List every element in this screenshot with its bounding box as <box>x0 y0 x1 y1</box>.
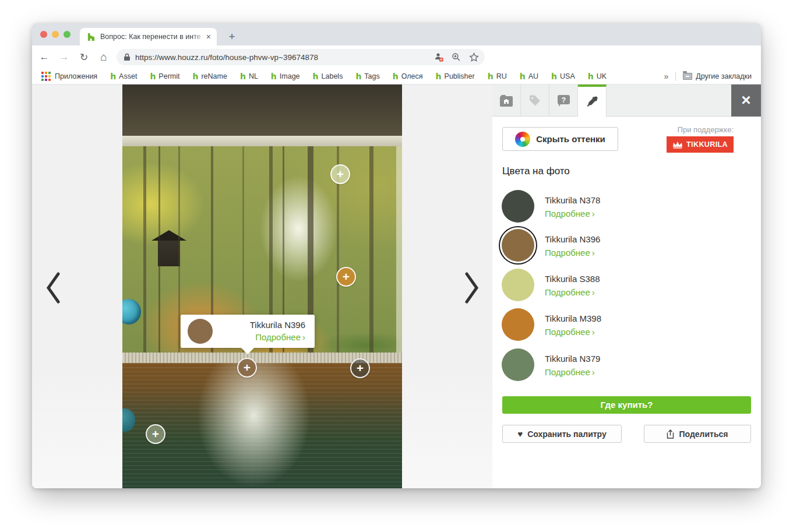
bookmark-ru[interactable]: hRU <box>488 72 507 81</box>
houzz-favicon-icon <box>87 33 96 41</box>
swatch-n379[interactable] <box>502 348 534 381</box>
chevron-right-icon: › <box>302 332 305 342</box>
bookmark-permit[interactable]: hPermit <box>150 72 179 81</box>
color-row: Tikkurila N379 Подробнее› <box>502 348 752 383</box>
panel-heading: Цвета на фото <box>502 165 570 177</box>
bookmark-label: Publisher <box>445 72 475 80</box>
houzz-bookmark-icon: h <box>488 72 494 81</box>
houzz-bookmark-icon: h <box>313 72 319 81</box>
color-marker-s388[interactable]: + <box>330 164 350 184</box>
bookmark-rename[interactable]: hreName <box>192 72 227 81</box>
color-name: Tikkurila N378 <box>545 195 600 205</box>
previous-photo-button[interactable] <box>45 272 61 304</box>
heart-icon: ♥ <box>517 429 523 439</box>
crown-icon <box>672 141 683 149</box>
home-icon[interactable]: ⌂ <box>96 51 111 64</box>
swatch-s388[interactable] <box>502 269 534 301</box>
save-palette-button[interactable]: ♥ Сохранить палитру <box>502 425 622 443</box>
blocked-content-icon[interactable] <box>434 52 443 62</box>
close-window-button[interactable] <box>40 31 47 38</box>
bookmark-label: Image <box>280 72 300 80</box>
lock-icon <box>124 53 131 61</box>
share-label: Поделиться <box>679 429 728 439</box>
color-marker-n396[interactable]: + <box>237 358 257 378</box>
color-tooltip: Tikkurila N396 Подробнее› <box>181 315 315 348</box>
houzz-home-icon <box>499 94 513 107</box>
photo-pagoda <box>150 230 188 267</box>
bookmark-usa[interactable]: hUSA <box>551 72 575 81</box>
tab-questions[interactable]: ? <box>549 84 578 117</box>
color-name: Tikkurila S388 <box>545 274 600 284</box>
swatch-m398[interactable] <box>502 308 534 341</box>
bookmark-label: USA <box>560 72 575 80</box>
tab-color-picker[interactable] <box>578 84 607 117</box>
swatch-n378[interactable] <box>502 190 534 223</box>
bookmark-image[interactable]: hImage <box>271 72 300 81</box>
bookmark-apps[interactable]: Приложения <box>41 72 97 81</box>
swatch-n396[interactable] <box>502 229 534 262</box>
details-link[interactable]: Подробнее› <box>545 367 600 378</box>
interior-photo[interactable] <box>122 84 402 488</box>
tab-close-icon[interactable]: × <box>205 32 212 41</box>
reload-icon[interactable]: ↻ <box>76 51 91 64</box>
bookmark-star-icon[interactable] <box>469 52 479 62</box>
color-row: Tikkurila M398 Подробнее› <box>502 308 752 343</box>
chevron-right-icon: › <box>592 367 595 377</box>
color-marker-m398[interactable]: + <box>336 267 356 287</box>
bookmark-tags[interactable]: hTags <box>355 72 379 81</box>
bookmarks-overflow-icon[interactable]: » <box>664 72 668 81</box>
details-link[interactable]: Подробнее› <box>545 327 601 337</box>
forward-icon[interactable]: → <box>57 51 72 63</box>
share-button[interactable]: Поделиться <box>644 425 751 443</box>
tab-houzz-home[interactable] <box>492 84 521 117</box>
houzz-bookmark-icon: h <box>150 72 156 81</box>
url-text: https://www.houzz.ru/foto/house-phvw-vp~… <box>135 53 426 62</box>
color-name: Tikkurila N379 <box>545 354 600 364</box>
photo-window-frame <box>396 146 402 353</box>
browser-window: Вопрос: Как перенести в инте × + ← → ↻ ⌂… <box>32 23 761 488</box>
houzz-bookmark-icon: h <box>192 72 198 81</box>
bookmark-uk[interactable]: hUK <box>588 72 607 81</box>
hide-shades-button[interactable]: Скрыть оттенки <box>502 127 618 151</box>
tooltip-swatch <box>188 319 213 344</box>
tooltip-details-link[interactable]: Подробнее› <box>250 332 305 343</box>
browser-tab[interactable]: Вопрос: Как перенести в инте × <box>80 28 217 45</box>
question-bubble-icon: ? <box>557 94 570 107</box>
tikkurila-label: TIKKURILA <box>686 140 728 149</box>
bookmark-label: Permit <box>158 72 179 80</box>
details-link[interactable]: Подробнее› <box>545 287 600 298</box>
houzz-bookmark-icon: h <box>355 72 361 81</box>
new-tab-button[interactable]: + <box>224 29 239 44</box>
bookmark-au[interactable]: hAU <box>520 72 538 81</box>
bookmark-nl[interactable]: hNL <box>240 72 258 81</box>
bookmark-label: NL <box>249 72 258 80</box>
details-link[interactable]: Подробнее› <box>545 209 600 219</box>
other-bookmarks-button[interactable]: Другие закладки <box>683 72 752 80</box>
where-to-buy-button[interactable]: Где купить? <box>502 396 751 414</box>
bookmark-asset[interactable]: hAsset <box>110 72 137 81</box>
color-marker-n379[interactable]: + <box>146 424 165 444</box>
zoom-page-icon[interactable] <box>452 52 461 62</box>
zoom-window-button[interactable] <box>64 31 71 38</box>
details-link[interactable]: Подробнее› <box>545 248 600 258</box>
chevron-right-icon: › <box>592 209 595 219</box>
panel-close-button[interactable]: × <box>731 84 761 117</box>
address-bar[interactable]: https://www.houzz.ru/foto/house-phvw-vp~… <box>117 49 485 65</box>
tab-title: Вопрос: Как перенести в инте <box>100 33 205 41</box>
bookmark-label: RU <box>496 72 507 80</box>
bookmark-publisher[interactable]: hPublisher <box>436 72 475 81</box>
bookmark-labels[interactable]: hLabels <box>313 72 343 81</box>
color-name: Tikkurila N396 <box>545 234 600 244</box>
back-icon[interactable]: ← <box>37 51 52 63</box>
tab-products[interactable] <box>521 84 549 117</box>
color-row: Tikkurila N396 Подробнее› <box>502 229 752 264</box>
houzz-bookmark-icon: h <box>436 72 442 81</box>
minimize-window-button[interactable] <box>52 31 59 38</box>
bookmark-label: Олеся <box>401 72 423 80</box>
tikkurila-logo[interactable]: TIKKURILA <box>667 136 734 153</box>
tooltip-color-name: Tikkurila N396 <box>250 320 305 330</box>
color-marker-n378[interactable]: + <box>350 358 370 378</box>
next-photo-button[interactable] <box>464 272 480 304</box>
bookmark-olesya[interactable]: hОлеся <box>393 72 423 81</box>
houzz-bookmark-icon: h <box>110 72 116 81</box>
